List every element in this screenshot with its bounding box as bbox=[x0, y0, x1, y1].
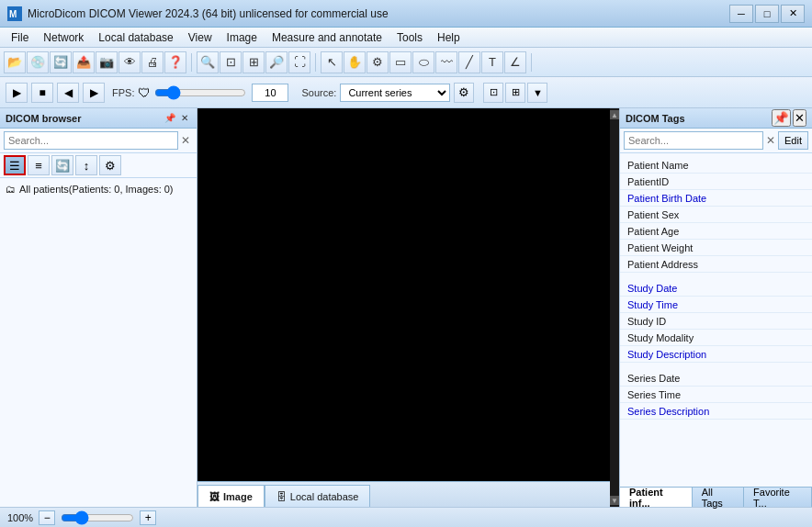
fps-label: FPS: bbox=[112, 87, 134, 98]
fullscreen-button[interactable]: ⛶ bbox=[288, 51, 310, 73]
zoom-out-button[interactable]: 🔎 bbox=[265, 51, 288, 73]
tag-series-date: Series Date bbox=[620, 370, 812, 387]
line-button[interactable]: ╱ bbox=[458, 51, 480, 73]
source-select[interactable]: Current series All series bbox=[340, 84, 450, 102]
browser-pin-button[interactable]: 📌 bbox=[164, 112, 176, 125]
zoom-in-status-button[interactable]: + bbox=[140, 510, 156, 525]
menu-file[interactable]: File bbox=[4, 28, 36, 47]
capture-button[interactable]: 📷 bbox=[96, 51, 118, 73]
tag-patient-birth-date-label: Patient Birth Date bbox=[627, 193, 805, 204]
view-button[interactable]: 👁 bbox=[118, 51, 141, 73]
tag-study-modality-label: Study Modality bbox=[627, 332, 805, 343]
tags-pin-button[interactable]: 📌 bbox=[772, 109, 791, 127]
menu-network[interactable]: Network bbox=[36, 28, 91, 47]
layout-single-button[interactable]: ⊡ bbox=[483, 83, 503, 103]
tag-study-description: Study Description bbox=[620, 346, 812, 363]
source-settings-button[interactable]: ⚙ bbox=[454, 83, 474, 103]
all-patients-icon: 🗂 bbox=[6, 184, 16, 195]
layout-grid-button[interactable]: ⊞ bbox=[505, 83, 525, 103]
fps-slider[interactable] bbox=[154, 85, 246, 100]
menu-help[interactable]: Help bbox=[430, 28, 468, 47]
tags-footer: Patient inf... All Tags Favorite T... bbox=[620, 487, 812, 507]
all-patients-item: 🗂 All patients(Patients: 0, Images: 0) bbox=[4, 182, 193, 196]
next-button[interactable]: ▶ bbox=[83, 83, 105, 103]
scroll-down-arrow[interactable]: ▼ bbox=[610, 496, 619, 505]
prev-button[interactable]: ◀ bbox=[57, 83, 79, 103]
tag-series-time: Series Time bbox=[620, 387, 812, 403]
tag-patient-id: PatientID bbox=[620, 174, 812, 190]
menu-tools[interactable]: Tools bbox=[389, 28, 430, 47]
browser-close-button[interactable]: ✕ bbox=[178, 112, 191, 125]
layout-more-button[interactable]: ▼ bbox=[527, 83, 547, 103]
tags-tab-patient-info[interactable]: Patient inf... bbox=[620, 488, 693, 507]
close-button[interactable]: ✕ bbox=[781, 5, 805, 23]
tag-study-id-label: Study ID bbox=[627, 316, 805, 327]
rect-button[interactable]: ▭ bbox=[389, 51, 412, 73]
browser-list-button[interactable]: ☰ bbox=[4, 155, 26, 175]
menu-view[interactable]: View bbox=[181, 28, 220, 47]
zoom-actual-button[interactable]: ⊞ bbox=[242, 51, 265, 73]
browser-header-controls: 📌 ✕ bbox=[164, 112, 191, 125]
browser-refresh-button[interactable]: 🔄 bbox=[51, 155, 73, 175]
maximize-button[interactable]: □ bbox=[755, 5, 779, 23]
svg-text:M: M bbox=[9, 9, 17, 19]
tags-content: Patient Name PatientID Patient Birth Dat… bbox=[620, 153, 812, 487]
zoom-fit-button[interactable]: ⊡ bbox=[220, 51, 242, 73]
tags-edit-button[interactable]: Edit bbox=[778, 131, 808, 150]
wl-button[interactable]: ⚙ bbox=[367, 51, 389, 73]
tags-search-input[interactable] bbox=[624, 131, 763, 150]
angle-button[interactable]: ∠ bbox=[504, 51, 526, 73]
text-button[interactable]: T bbox=[481, 51, 503, 73]
pan-button[interactable]: ✋ bbox=[344, 51, 366, 73]
image-tab[interactable]: 🖼 Image bbox=[197, 485, 265, 507]
browser-list-alt-button[interactable]: ≡ bbox=[28, 155, 50, 175]
browser-toolbar: ☰ ≡ 🔄 ↕ ⚙ bbox=[0, 153, 197, 178]
open-button[interactable]: 📂 bbox=[4, 51, 26, 73]
tags-title: DICOM Tags bbox=[626, 113, 685, 124]
tag-study-time-label: Study Time bbox=[627, 299, 805, 310]
window-title: MicroDicom DICOM Viewer 2024.3 (64 bit) … bbox=[28, 7, 729, 20]
print-button[interactable]: 🖨 bbox=[141, 51, 164, 73]
image-scrollbar[interactable]: ▲ ▼ bbox=[610, 108, 619, 507]
tag-spacer-1 bbox=[620, 273, 812, 280]
browser-search-clear-button[interactable]: ✕ bbox=[178, 133, 193, 148]
tags-tab-favorite-tags[interactable]: Favorite T... bbox=[744, 488, 812, 507]
zoom-in-button[interactable]: 🔍 bbox=[197, 51, 219, 73]
tag-study-modality: Study Modality bbox=[620, 330, 812, 346]
image-canvas[interactable] bbox=[197, 108, 610, 481]
status-bar: 100% − + bbox=[0, 507, 812, 527]
browser-settings-button[interactable]: ⚙ bbox=[99, 155, 121, 175]
play-button[interactable]: ▶ bbox=[6, 83, 28, 103]
tags-close-button[interactable]: ✕ bbox=[793, 109, 806, 127]
browser-search-input[interactable] bbox=[4, 131, 178, 150]
ellipse-button[interactable]: ⬭ bbox=[412, 51, 434, 73]
menu-local-database[interactable]: Local database bbox=[91, 28, 180, 47]
tag-patient-name: Patient Name bbox=[620, 157, 812, 174]
browser-sort-button[interactable]: ↕ bbox=[75, 155, 97, 175]
zoom-slider[interactable] bbox=[61, 510, 134, 525]
stop-button[interactable]: ■ bbox=[31, 83, 53, 103]
menu-measure-annotate[interactable]: Measure and annotate bbox=[265, 28, 389, 47]
network-button[interactable]: 🔄 bbox=[50, 51, 72, 73]
zoom-level: 100% bbox=[7, 512, 33, 523]
local-database-tab[interactable]: 🗄 Local database bbox=[265, 485, 371, 507]
zoom-out-status-button[interactable]: − bbox=[39, 510, 55, 525]
cd-button[interactable]: 💿 bbox=[27, 51, 49, 73]
minimize-button[interactable]: ─ bbox=[729, 5, 753, 23]
tags-panel: DICOM Tags 📌 ✕ ✕ Edit Patient Name Patie… bbox=[619, 108, 812, 507]
tag-patient-age: Patient Age bbox=[620, 223, 812, 240]
polyline-button[interactable]: 〰 bbox=[435, 51, 457, 73]
tag-patient-weight: Patient Weight bbox=[620, 240, 812, 256]
scroll-up-arrow[interactable]: ▲ bbox=[610, 110, 619, 119]
tags-search-clear-button[interactable]: ✕ bbox=[763, 133, 778, 148]
title-bar: M MicroDicom DICOM Viewer 2024.3 (64 bit… bbox=[0, 0, 812, 28]
tag-patient-address-label: Patient Address bbox=[627, 259, 805, 270]
send-button[interactable]: 📤 bbox=[73, 51, 95, 73]
help-button[interactable]: ❓ bbox=[164, 51, 186, 73]
tag-series-date-label: Series Date bbox=[627, 373, 805, 384]
source-label: Source: bbox=[301, 87, 336, 98]
cursor-button[interactable]: ↖ bbox=[321, 51, 343, 73]
play-controls: ▶ ■ ◀ ▶ FPS: 🛡 10 Source: Current series… bbox=[0, 77, 812, 108]
tags-tab-all-tags[interactable]: All Tags bbox=[693, 488, 744, 507]
menu-image[interactable]: Image bbox=[220, 28, 265, 47]
